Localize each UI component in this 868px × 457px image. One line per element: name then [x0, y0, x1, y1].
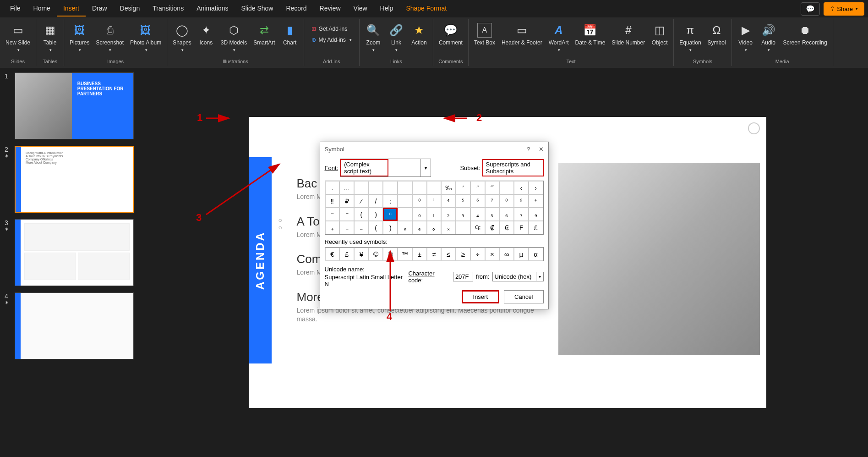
symbol-cell[interactable] [398, 194, 412, 208]
menu-design[interactable]: Design [114, 1, 147, 17]
menu-view[interactable]: View [347, 1, 374, 17]
recent-symbol-cell[interactable]: µ [514, 248, 529, 261]
symbol-cell[interactable]: ₌ [354, 221, 369, 234]
symbol-cell[interactable]: ₠ [470, 221, 485, 234]
slide-thumb-1[interactable]: 1 BUSINESS PRESENTATION FOR PARTNERS [5, 72, 142, 139]
symbol-cell[interactable]: ₊ [325, 221, 340, 234]
symbol-cell[interactable]: ₑ [412, 221, 427, 234]
recent-symbol-cell[interactable]: × [485, 248, 500, 261]
screenshot-button[interactable]: ⎙Screenshot▾ [94, 22, 126, 53]
menu-file[interactable]: File [4, 1, 27, 17]
symbol-cell[interactable]: ⁸ [499, 194, 514, 208]
symbol-cell[interactable]: ⁼ [339, 208, 354, 221]
symbol-cell[interactable]: ₉ [529, 208, 543, 221]
slide-thumb-4[interactable]: 4✶ [5, 292, 142, 359]
share-button[interactable]: ⇪ Share ▾ [824, 2, 864, 16]
wordart-button[interactable]: AWordArt▾ [547, 22, 571, 53]
symbol-cell[interactable]: ″ [470, 181, 485, 194]
symbol-cell[interactable]: ₋ [339, 221, 354, 234]
from-select[interactable]: Unicode (hex) [493, 272, 536, 281]
recent-symbol-cell[interactable]: ™ [398, 248, 412, 261]
recent-symbol-cell[interactable]: € [325, 248, 340, 261]
comments-pane-button[interactable]: 💬 [801, 2, 820, 16]
symbol-cell[interactable]: … [339, 181, 354, 194]
symbol-cell[interactable]: ₀ [412, 208, 427, 221]
chevron-down-icon[interactable]: ▾ [420, 159, 431, 176]
equation-button[interactable]: πEquation▾ [677, 22, 703, 53]
symbol-cell[interactable]: ⁰ [412, 194, 427, 208]
icons-button[interactable]: ✦Icons [196, 22, 216, 47]
header-footer-button[interactable]: ▭Header & Footer [500, 22, 544, 47]
menu-home[interactable]: Home [27, 1, 57, 17]
menu-insert[interactable]: Insert [57, 1, 86, 17]
recent-symbol-cell[interactable]: ® [383, 248, 398, 261]
menu-animations[interactable]: Animations [190, 1, 235, 17]
symbol-grid[interactable]: .…‰′″‴‹›‼₽⁄/:⁰ⁱ⁴⁵⁶⁷⁸⁹⁺⁻⁼()ⁿ₀₁₂₃₄₅₆₇₉₊₋₌(… [325, 181, 544, 235]
smartart-button[interactable]: ⇄SmartArt [251, 22, 277, 47]
action-button[interactable]: ★Action [409, 22, 429, 47]
dialog-title-bar[interactable]: Symbol ? ✕ [320, 142, 548, 156]
symbol-cell[interactable]: ⁱ [427, 194, 442, 208]
menu-help[interactable]: Help [374, 1, 400, 17]
symbol-cell[interactable]: : [383, 194, 398, 208]
new-slide-button[interactable]: ▭New Slide▾ [4, 22, 32, 53]
symbol-cell[interactable]: ′ [456, 181, 470, 194]
close-icon[interactable]: ✕ [539, 146, 544, 153]
shapes-button[interactable]: ◯Shapes▾ [171, 22, 193, 53]
symbol-cell[interactable]: ( [354, 208, 369, 221]
audio-button[interactable]: 🔊Audio▾ [759, 22, 779, 53]
recent-symbol-cell[interactable]: ± [412, 248, 427, 261]
photo-album-button[interactable]: 🖼Photo Album▾ [128, 22, 163, 53]
3d-models-button[interactable]: ⬡3D Models▾ [219, 22, 249, 53]
slide-panel[interactable]: 1 BUSINESS PRESENTATION FOR PARTNERS 2✶ … [0, 68, 147, 457]
chevron-down-icon[interactable]: ▾ [536, 272, 543, 281]
symbol-cell[interactable]: ⁻ [325, 208, 340, 221]
date-time-button[interactable]: 📅Date & Time [573, 22, 607, 47]
slide-thumb-2[interactable]: 2✶ Background & IntroductionA Tour into … [5, 146, 142, 213]
char-code-input[interactable] [453, 272, 473, 281]
symbol-cell[interactable]: ₤ [529, 221, 543, 234]
symbol-cell[interactable]: ‴ [485, 181, 500, 194]
text-box-button[interactable]: AText Box [472, 22, 497, 47]
menu-review[interactable]: Review [313, 1, 347, 17]
symbol-cell[interactable]: ₆ [499, 208, 514, 221]
symbol-cell[interactable] [427, 181, 442, 194]
recent-symbol-cell[interactable]: © [369, 248, 383, 261]
symbol-cell[interactable] [398, 208, 412, 221]
get-addins-button[interactable]: ⊞Get Add-ins [308, 24, 355, 34]
symbol-cell[interactable] [456, 221, 470, 234]
symbol-cell[interactable]: ‼ [325, 194, 340, 208]
recent-symbol-cell[interactable]: ≠ [427, 248, 442, 261]
symbol-cell[interactable]: ) [369, 208, 383, 221]
recent-symbols-grid[interactable]: €£¥©®™±≠≤≥÷×∞µα [325, 247, 544, 261]
object-button[interactable]: ◫Object [650, 22, 670, 47]
symbol-cell[interactable]: ₅ [485, 208, 500, 221]
cancel-button[interactable]: Cancel [504, 290, 543, 303]
recent-symbol-cell[interactable]: α [529, 248, 543, 261]
symbol-cell[interactable]: ⁺ [529, 194, 543, 208]
recent-symbol-cell[interactable]: ≥ [456, 248, 470, 261]
symbol-cell[interactable]: ⁴ [441, 194, 456, 208]
recent-symbol-cell[interactable]: ≤ [441, 248, 456, 261]
help-icon[interactable]: ? [527, 146, 530, 153]
symbol-cell[interactable]: ₇ [514, 208, 529, 221]
slide-thumb-3[interactable]: 3✶ [5, 219, 142, 286]
symbol-cell[interactable]: ⁄ [354, 194, 369, 208]
symbol-cell[interactable]: ⁷ [485, 194, 500, 208]
symbol-cell[interactable]: ‰ [441, 181, 456, 194]
comment-button[interactable]: 💬Comment [437, 22, 464, 47]
zoom-button[interactable]: 🔍Zoom▾ [363, 22, 383, 53]
recent-symbol-cell[interactable]: ∞ [499, 248, 514, 261]
pictures-button[interactable]: 🖼Pictures▾ [68, 22, 91, 53]
recent-symbol-cell[interactable]: ÷ [470, 248, 485, 261]
symbol-cell[interactable]: ) [383, 221, 398, 234]
symbol-cell[interactable]: ₣ [514, 221, 529, 234]
link-button[interactable]: 🔗Link▾ [386, 22, 406, 53]
symbol-cell[interactable]: ₂ [441, 208, 456, 221]
table-button[interactable]: ▦Table▾ [40, 22, 60, 53]
symbol-cell[interactable]: › [529, 181, 543, 194]
symbol-cell[interactable]: ⁵ [456, 194, 470, 208]
symbol-cell[interactable] [412, 181, 427, 194]
slide-number-button[interactable]: #Slide Number [610, 22, 647, 47]
symbol-cell[interactable]: ₓ [441, 221, 456, 234]
